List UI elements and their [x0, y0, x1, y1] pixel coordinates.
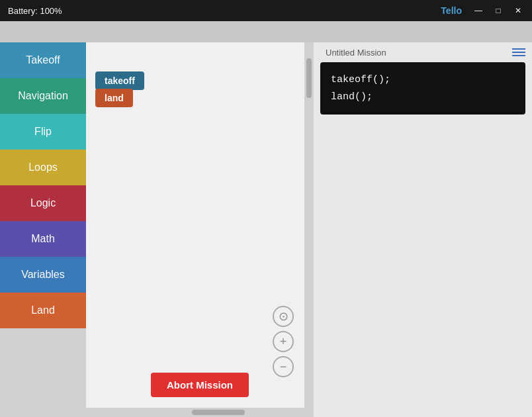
- vertical-scrollbar-thumb: [306, 58, 312, 98]
- title-bar-left: Battery: 100%: [8, 6, 62, 16]
- brand-label: Tello: [441, 5, 462, 16]
- menu-icon[interactable]: [512, 48, 525, 56]
- zoom-in-icon: +: [280, 336, 287, 348]
- code-panel: Untitled Mission takeoff(); land();: [314, 42, 532, 417]
- title-bar: Battery: 100% Tello — □ ✕: [0, 0, 532, 21]
- center-view-button[interactable]: ⊙: [273, 306, 294, 327]
- minimize-button[interactable]: —: [472, 5, 484, 17]
- code-content: takeoff(); land();: [320, 62, 525, 115]
- code-line-1: takeoff();: [331, 71, 515, 89]
- code-panel-header: Untitled Mission: [314, 42, 532, 62]
- maximize-button[interactable]: □: [492, 5, 504, 17]
- zoom-out-button[interactable]: −: [273, 356, 294, 377]
- block-land[interactable]: land: [95, 89, 133, 107]
- title-bar-right: Tello — □ ✕: [441, 5, 524, 17]
- sidebar-item-logic[interactable]: Logic: [0, 185, 86, 221]
- zoom-in-button[interactable]: +: [273, 331, 294, 352]
- sidebar-item-land[interactable]: Land: [0, 293, 86, 328]
- zoom-out-icon: −: [280, 361, 287, 373]
- canvas-controls: ⊙ + −: [273, 306, 294, 377]
- close-button[interactable]: ✕: [512, 5, 524, 17]
- main-container: Takeoff Navigation Flip Loops Logic Math…: [0, 42, 532, 417]
- sidebar-item-loops[interactable]: Loops: [0, 150, 86, 185]
- center-icon: ⊙: [279, 310, 288, 322]
- horizontal-scrollbar-thumb: [192, 410, 245, 415]
- abort-mission-button[interactable]: Abort Mission: [151, 373, 249, 397]
- sidebar: Takeoff Navigation Flip Loops Logic Math…: [0, 42, 86, 417]
- mission-title: Untitled Mission: [326, 48, 386, 58]
- sidebar-item-flip[interactable]: Flip: [0, 114, 86, 150]
- sidebar-item-navigation[interactable]: Navigation: [0, 78, 86, 114]
- code-line-2: land();: [331, 89, 515, 106]
- sidebar-item-variables[interactable]: Variables: [0, 257, 86, 293]
- battery-status: Battery: 100%: [8, 6, 62, 16]
- vertical-scrollbar[interactable]: [304, 42, 314, 417]
- horizontal-scrollbar[interactable]: [86, 408, 304, 417]
- window-controls: — □ ✕: [472, 5, 524, 17]
- block-takeoff[interactable]: takeoff: [95, 71, 144, 90]
- sidebar-item-math[interactable]: Math: [0, 221, 86, 257]
- canvas-area[interactable]: takeoff land ⊙ + − Abort Mission: [86, 42, 314, 417]
- sidebar-item-takeoff[interactable]: Takeoff: [0, 42, 86, 78]
